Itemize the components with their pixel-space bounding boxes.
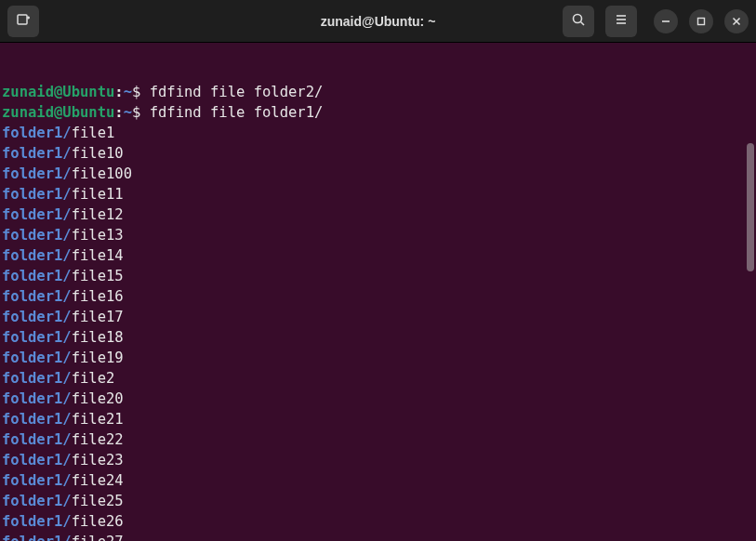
output-file: file21 [72, 411, 124, 428]
output-folder: folder1/ [2, 227, 72, 244]
output-folder: folder1/ [2, 390, 72, 407]
output-folder: folder1/ [2, 247, 72, 264]
output-line: folder1/file22 [2, 429, 754, 450]
output-file: file27 [72, 534, 124, 541]
titlebar-right [563, 6, 749, 37]
output-folder: folder1/ [2, 329, 72, 346]
output-file: file1 [72, 125, 115, 141]
svg-rect-0 [18, 15, 27, 24]
command-text: fdfind file folder2/ [150, 84, 324, 100]
output-folder: folder1/ [2, 513, 72, 530]
prompt-path: ~ [124, 84, 132, 100]
output-folder: folder1/ [2, 350, 72, 366]
output-file: file100 [72, 165, 132, 182]
search-icon [571, 12, 586, 31]
maximize-icon [696, 12, 706, 30]
output-folder: folder1/ [2, 206, 72, 223]
output-file: file19 [72, 350, 124, 366]
output-line: folder1/file27 [2, 532, 754, 541]
output-file: file13 [72, 227, 124, 244]
svg-line-4 [581, 21, 585, 25]
output-line: folder1/file24 [2, 470, 754, 491]
output-line: folder1/file13 [2, 225, 754, 245]
output-file: file14 [72, 247, 124, 264]
terminal-spacer [2, 46, 754, 82]
output-line: folder1/file18 [2, 327, 754, 348]
svg-point-3 [574, 14, 582, 22]
new-tab-icon [16, 12, 31, 31]
output-folder: folder1/ [2, 165, 72, 182]
output-folder: folder1/ [2, 431, 72, 448]
output-line: folder1/file26 [2, 511, 754, 532]
output-line: folder1/file17 [2, 307, 754, 327]
scrollbar-thumb[interactable] [747, 143, 754, 271]
output-folder: folder1/ [2, 472, 72, 489]
output-file: file12 [72, 206, 124, 223]
output-file: file26 [72, 513, 124, 530]
output-file: file23 [72, 452, 124, 468]
prompt-user: zunaid@Ubuntu [2, 104, 114, 121]
window-title: zunaid@Ubuntu: ~ [321, 14, 436, 29]
output-line: folder1/file1 [2, 123, 754, 143]
output-folder: folder1/ [2, 452, 72, 468]
output-file: file16 [72, 288, 124, 305]
output-folder: folder1/ [2, 309, 72, 325]
close-icon [732, 12, 741, 30]
new-tab-button[interactable] [7, 6, 39, 37]
prompt-colon: : [114, 104, 123, 121]
maximize-button[interactable] [689, 9, 713, 33]
command-text: fdfind file folder1/ [150, 104, 324, 121]
output-folder: folder1/ [2, 370, 72, 387]
minimize-icon [661, 12, 670, 30]
output-line: folder1/file21 [2, 409, 754, 429]
output-file: file20 [72, 390, 124, 407]
prompt-line: zunaid@Ubuntu:~$ fdfind file folder1/ [2, 102, 754, 123]
hamburger-icon [614, 12, 629, 31]
output-folder: folder1/ [2, 411, 72, 428]
output-file: file22 [72, 431, 124, 448]
output-file: file10 [72, 145, 124, 162]
output-file: file15 [72, 268, 124, 284]
output-line: folder1/file20 [2, 389, 754, 409]
output-file: file2 [72, 370, 115, 387]
output-line: folder1/file23 [2, 450, 754, 470]
minimize-button[interactable] [654, 9, 678, 33]
prompt-colon: : [114, 84, 123, 100]
output-line: folder1/file10 [2, 143, 754, 164]
terminal-body[interactable]: zunaid@Ubuntu:~$ fdfind file folder2/zun… [0, 43, 756, 541]
output-file: file24 [72, 472, 124, 489]
output-folder: folder1/ [2, 288, 72, 305]
output-file: file18 [72, 329, 124, 346]
prompt-symbol: $ [132, 84, 150, 100]
titlebar-left [7, 6, 39, 37]
window-controls [654, 9, 749, 33]
output-line: folder1/file14 [2, 245, 754, 266]
svg-rect-9 [698, 19, 705, 25]
output-folder: folder1/ [2, 186, 72, 203]
output-folder: folder1/ [2, 145, 72, 162]
output-line: folder1/file19 [2, 348, 754, 368]
prompt-line: zunaid@Ubuntu:~$ fdfind file folder2/ [2, 82, 754, 102]
titlebar: zunaid@Ubuntu: ~ [0, 0, 756, 43]
output-folder: folder1/ [2, 268, 72, 284]
output-line: folder1/file100 [2, 164, 754, 184]
output-folder: folder1/ [2, 125, 72, 141]
output-line: folder1/file11 [2, 184, 754, 205]
menu-button[interactable] [605, 6, 637, 37]
prompt-user: zunaid@Ubuntu [2, 84, 114, 100]
close-button[interactable] [724, 9, 749, 33]
output-line: folder1/file15 [2, 266, 754, 286]
output-line: folder1/file16 [2, 286, 754, 307]
output-file: file17 [72, 309, 124, 325]
search-button[interactable] [563, 6, 594, 37]
output-line: folder1/file2 [2, 368, 754, 389]
prompt-path: ~ [124, 104, 132, 121]
terminal-lines: zunaid@Ubuntu:~$ fdfind file folder2/zun… [2, 82, 754, 541]
output-file: file25 [72, 493, 124, 509]
scrollbar-track[interactable] [746, 43, 755, 541]
output-file: file11 [72, 186, 124, 203]
output-line: folder1/file12 [2, 205, 754, 225]
output-line: folder1/file25 [2, 491, 754, 511]
output-folder: folder1/ [2, 534, 72, 541]
output-folder: folder1/ [2, 493, 72, 509]
